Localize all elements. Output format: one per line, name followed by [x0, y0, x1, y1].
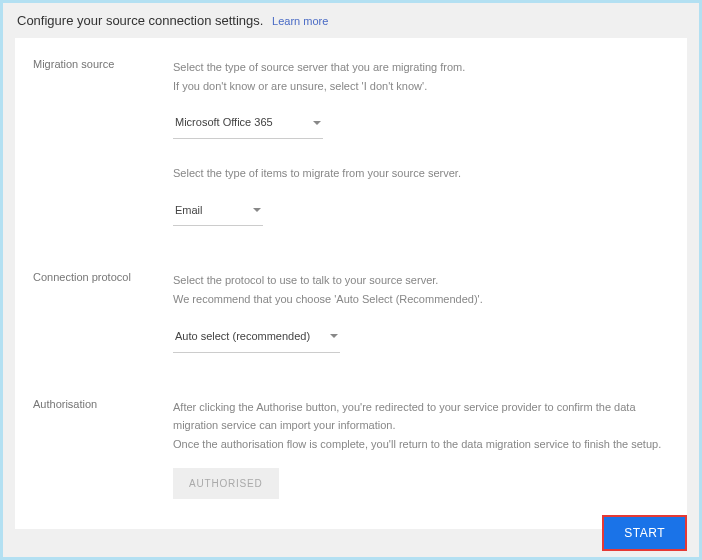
header-title: Configure your source connection setting…: [17, 13, 263, 28]
migration-source-label: Migration source: [33, 58, 173, 226]
chevron-down-icon: [313, 121, 321, 125]
item-type-dropdown[interactable]: Email: [173, 195, 263, 227]
authorisation-section: Authorisation After clicking the Authori…: [33, 398, 669, 499]
connection-protocol-label: Connection protocol: [33, 271, 173, 352]
learn-more-link[interactable]: Learn more: [272, 15, 328, 27]
migration-source-desc2: If you don't know or are unsure, select …: [173, 77, 669, 96]
authorisation-desc1: After clicking the Authorise button, you…: [173, 398, 669, 435]
chevron-down-icon: [253, 208, 261, 212]
migration-items-desc: Select the type of items to migrate from…: [173, 164, 669, 183]
migration-source-section: Migration source Select the type of sour…: [33, 58, 669, 226]
authorisation-desc2: Once the authorisation flow is complete,…: [173, 435, 669, 454]
chevron-down-icon: [330, 334, 338, 338]
connection-protocol-desc1: Select the protocol to use to talk to yo…: [173, 271, 669, 290]
item-type-value: Email: [175, 201, 233, 220]
source-server-value: Microsoft Office 365: [175, 113, 293, 132]
protocol-dropdown[interactable]: Auto select (recommended): [173, 321, 340, 353]
connection-protocol-desc2: We recommend that you choose 'Auto Selec…: [173, 290, 669, 309]
authorisation-label: Authorisation: [33, 398, 173, 499]
migration-source-desc1: Select the type of source server that yo…: [173, 58, 669, 77]
source-server-dropdown[interactable]: Microsoft Office 365: [173, 107, 323, 139]
settings-card: Migration source Select the type of sour…: [15, 38, 687, 529]
start-button[interactable]: START: [602, 515, 687, 551]
page-header: Configure your source connection setting…: [3, 3, 699, 38]
connection-protocol-section: Connection protocol Select the protocol …: [33, 271, 669, 352]
authorised-button[interactable]: AUTHORISED: [173, 468, 279, 499]
protocol-value: Auto select (recommended): [175, 327, 310, 346]
